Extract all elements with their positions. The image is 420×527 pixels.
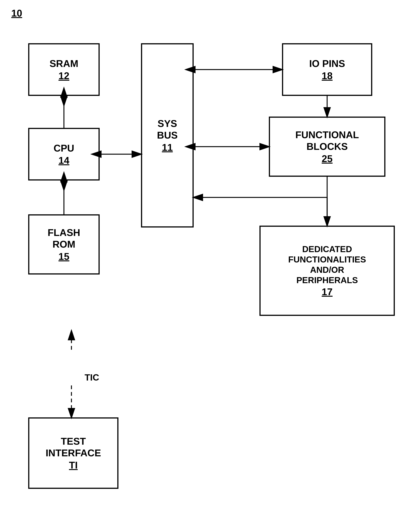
functional-blocks-label: FUNCTIONAL BLOCKS — [295, 129, 359, 153]
flash-rom-label: FLASH ROM — [48, 227, 80, 250]
test-interface-number: TI — [69, 460, 78, 471]
diagram-container: 10 SRAM 12 CPU 14 FLASH ROM 15 SYS BUS 1… — [0, 0, 420, 527]
functional-blocks-block: FUNCTIONAL BLOCKS 25 — [269, 117, 385, 177]
figure-label: 10 — [11, 8, 22, 19]
test-interface-label: TEST INTERFACE — [46, 435, 101, 459]
dedicated-label: DEDICATED FUNCTIONALITIES AND/OR PERIPHE… — [288, 244, 366, 285]
test-interface-block: TEST INTERFACE TI — [28, 417, 118, 489]
sys-bus-block: SYS BUS 11 — [141, 43, 194, 228]
io-pins-block: IO PINS 18 — [282, 43, 372, 96]
io-pins-number: 18 — [322, 70, 332, 81]
cpu-label: CPU — [54, 142, 74, 154]
sram-label: SRAM — [49, 58, 78, 69]
flash-rom-number: 15 — [58, 251, 69, 262]
sys-bus-label: SYS BUS — [157, 118, 178, 141]
tic-label: TIC — [85, 372, 99, 383]
io-pins-label: IO PINS — [309, 58, 345, 69]
sram-number: 12 — [58, 70, 69, 81]
dedicated-block: DEDICATED FUNCTIONALITIES AND/OR PERIPHE… — [259, 226, 395, 316]
dedicated-number: 17 — [322, 286, 332, 297]
sys-bus-number: 11 — [162, 142, 173, 153]
sram-block: SRAM 12 — [28, 43, 100, 96]
cpu-number: 14 — [58, 155, 69, 166]
flash-rom-block: FLASH ROM 15 — [28, 214, 100, 274]
cpu-block: CPU 14 — [28, 128, 100, 180]
functional-blocks-number: 25 — [322, 153, 332, 164]
